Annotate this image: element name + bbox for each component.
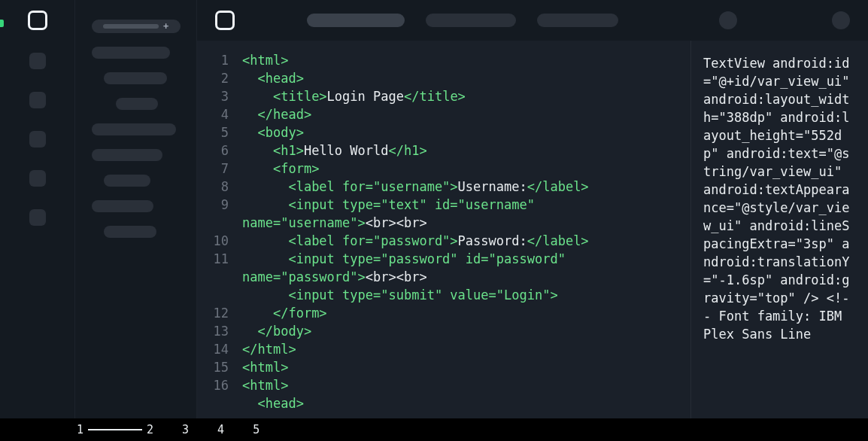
- app-root: + 12: [0, 0, 868, 441]
- line-number: 16: [197, 376, 229, 394]
- ruler-number: 2: [142, 423, 158, 436]
- code-line[interactable]: </body>: [242, 322, 690, 340]
- editor-body: 123456789 1011 1213141516 <html> <head> …: [197, 41, 868, 418]
- code-line[interactable]: <html>: [242, 51, 690, 69]
- activity-item[interactable]: [29, 209, 46, 226]
- line-number: 3: [197, 87, 229, 105]
- sidebar-title-placeholder: [103, 24, 159, 29]
- ruler-number: 4: [213, 423, 229, 436]
- activity-item[interactable]: [29, 92, 46, 108]
- code-line[interactable]: <input type="text" id="username": [242, 196, 690, 214]
- sidebar-header[interactable]: +: [92, 20, 181, 33]
- code-pane[interactable]: 123456789 1011 1213141516 <html> <head> …: [197, 41, 690, 418]
- code-line[interactable]: <head>: [242, 394, 690, 412]
- code-line[interactable]: </form>: [242, 304, 690, 322]
- code-line[interactable]: <html>: [242, 376, 690, 394]
- line-number: 2: [197, 69, 229, 87]
- line-number: 7: [197, 160, 229, 178]
- side-panel-text: TextView android:id="@+id/var_view_ui" a…: [703, 54, 856, 343]
- code-line[interactable]: <input type="submit" value="Login">: [242, 286, 690, 304]
- line-number: 10: [197, 232, 229, 250]
- add-icon[interactable]: +: [163, 21, 168, 32]
- tab[interactable]: [426, 14, 516, 27]
- line-number: 9: [197, 196, 229, 214]
- line-number: 14: [197, 340, 229, 358]
- line-number: 12: [197, 304, 229, 322]
- app-logo-icon[interactable]: [28, 11, 47, 30]
- line-number: 11: [197, 250, 229, 268]
- editor-logo-icon[interactable]: [215, 11, 235, 30]
- sidebar-item[interactable]: [104, 175, 150, 187]
- side-panel: TextView android:id="@+id/var_view_ui" a…: [690, 41, 868, 418]
- code-line[interactable]: </html>: [242, 340, 690, 358]
- active-indicator: [0, 20, 4, 27]
- line-number: 1: [197, 51, 229, 69]
- line-number: [197, 268, 229, 286]
- code-line[interactable]: <head>: [242, 69, 690, 87]
- line-number: 6: [197, 141, 229, 160]
- code-line[interactable]: name="password"><br><br>: [242, 268, 690, 286]
- line-number: 5: [197, 123, 229, 141]
- sidebar-item[interactable]: [116, 98, 158, 110]
- code-line[interactable]: <body>: [242, 123, 690, 141]
- line-number: 15: [197, 358, 229, 376]
- line-number: [197, 214, 229, 232]
- code-line[interactable]: name="username"><br><br>: [242, 214, 690, 232]
- line-number: 4: [197, 105, 229, 123]
- code-line[interactable]: <title>Login Page</title>: [242, 87, 690, 105]
- line-number: 8: [197, 178, 229, 196]
- ruler-number: 3: [178, 423, 193, 436]
- ruler-number: 5: [248, 423, 264, 436]
- bottom-ruler: 12345: [0, 418, 868, 441]
- workspace: + 12: [0, 0, 868, 418]
- code-line[interactable]: <label for="username">Username:</label>: [242, 178, 690, 196]
- code-line[interactable]: <label for="password">Password:</label>: [242, 232, 690, 250]
- sidebar-item[interactable]: [92, 200, 153, 212]
- tab-bar: [197, 0, 868, 41]
- activity-item[interactable]: [29, 53, 46, 69]
- line-number: [197, 286, 229, 304]
- ruler-line: [88, 429, 142, 430]
- code-line[interactable]: <h1>Hello World</h1>: [242, 141, 690, 160]
- activity-item[interactable]: [29, 131, 46, 148]
- code-line[interactable]: <input type="password" id="password": [242, 250, 690, 268]
- action-icon[interactable]: [719, 11, 737, 29]
- code-line[interactable]: <html>: [242, 358, 690, 376]
- line-gutter: 123456789 1011 1213141516: [197, 51, 242, 418]
- sidebar-item[interactable]: [92, 149, 162, 161]
- sidebar-item[interactable]: [104, 226, 156, 238]
- tab-active[interactable]: [307, 14, 405, 27]
- activity-bar: [0, 0, 75, 418]
- sidebar-item[interactable]: [104, 72, 167, 84]
- code-content[interactable]: <html> <head> <title>Login Page</title> …: [242, 51, 690, 418]
- ruler-number: 1: [72, 423, 88, 436]
- editor-column: 123456789 1011 1213141516 <html> <head> …: [197, 0, 868, 418]
- activity-item[interactable]: [29, 170, 46, 187]
- action-icon[interactable]: [832, 11, 850, 29]
- sidebar: +: [75, 0, 197, 418]
- code-line[interactable]: <form>: [242, 160, 690, 178]
- sidebar-item[interactable]: [92, 47, 170, 59]
- code-line[interactable]: </head>: [242, 105, 690, 123]
- line-number: 13: [197, 322, 229, 340]
- sidebar-item[interactable]: [92, 123, 176, 135]
- tab[interactable]: [537, 14, 618, 27]
